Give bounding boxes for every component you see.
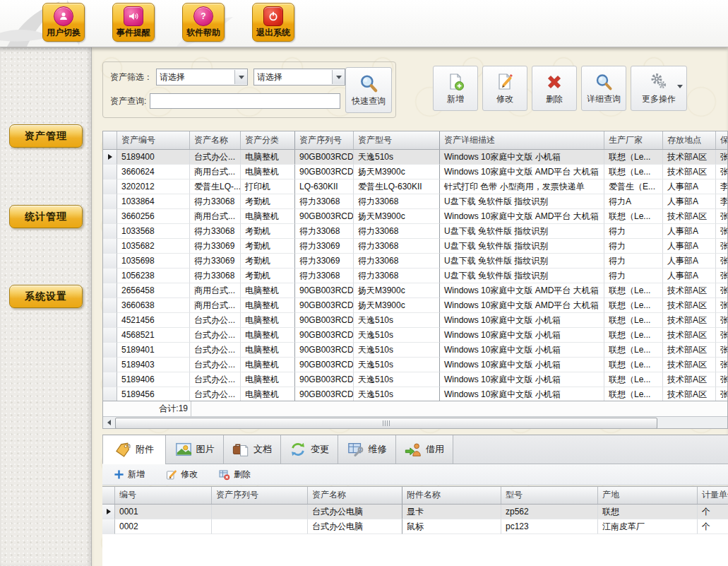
column-header[interactable]: 资产型号 xyxy=(354,131,440,149)
tab-borrow[interactable]: 借用 xyxy=(395,435,453,464)
sidebar-item-asset-management[interactable]: 资产管理 xyxy=(9,124,83,148)
modify-button[interactable]: 修改 xyxy=(482,66,527,111)
tab-attachment[interactable]: 附件 xyxy=(102,435,166,464)
cell: 台式办公电脑 xyxy=(308,505,402,519)
table-row[interactable]: 1035698得力33069考勤机得力33069得力33068U盘下载 免软件版… xyxy=(103,254,728,269)
table-row[interactable]: 3660624商用台式...电脑整机90GB003RCD扬天M3900cWind… xyxy=(103,165,728,179)
row-selector[interactable] xyxy=(103,165,117,179)
change-icon xyxy=(290,441,306,458)
table-row[interactable]: 5189456台式办公...电脑整机90GB003RCD天逸510sWindow… xyxy=(103,387,728,402)
row-selector[interactable] xyxy=(103,387,117,402)
table-row[interactable]: 5189403台式办公...电脑整机90GB003RCD天逸510sWindow… xyxy=(103,358,728,372)
cell: 得力33068 xyxy=(354,239,440,254)
tab-document[interactable]: 文档 xyxy=(223,435,281,464)
row-selector[interactable] xyxy=(103,254,117,269)
table-row[interactable]: 4568521台式办公...电脑整机90GB003RCD天逸510sWindow… xyxy=(103,328,728,343)
row-selector[interactable] xyxy=(103,328,117,343)
cell: 90GB003RCD xyxy=(295,343,354,358)
row-selector[interactable] xyxy=(103,269,117,283)
attachment-delete-button[interactable]: 删除 xyxy=(219,468,251,480)
row-selector[interactable] xyxy=(103,194,117,209)
cell: 电脑整机 xyxy=(241,372,295,387)
cell: 联想（Le... xyxy=(604,358,663,372)
column-header[interactable]: 资产详细描述 xyxy=(440,131,604,149)
event-reminder-button[interactable]: 事件提醒 xyxy=(112,3,155,42)
tab-borrow-label: 借用 xyxy=(426,443,444,456)
asset-filter-select-1[interactable]: 请选择 xyxy=(156,69,248,86)
row-selector[interactable] xyxy=(103,372,117,387)
table-row[interactable]: 1033568得力33068考勤机得力33068得力33068U盘下载 免软件版… xyxy=(103,224,728,239)
table-row[interactable]: 5189406台式办公...电脑整机90GB003RCD天逸510sWindow… xyxy=(103,372,728,387)
column-header[interactable]: 存放地点 xyxy=(663,131,716,149)
column-header[interactable]: 附件名称 xyxy=(402,487,501,504)
column-header[interactable]: 资产序列号 xyxy=(295,131,354,149)
row-selector[interactable] xyxy=(102,505,115,519)
user-switch-button[interactable]: 用户切换 xyxy=(42,3,85,42)
attachment-modify-button[interactable]: 修改 xyxy=(166,468,198,480)
table-row[interactable]: 1056238得力33068考勤机得力33068得力33068U盘下载 免软件版… xyxy=(103,269,728,283)
horizontal-scrollbar[interactable] xyxy=(103,416,727,428)
table-row[interactable]: 5189400台式办公...电脑整机90GB003RCD天逸510sWindow… xyxy=(103,150,728,165)
row-selector[interactable] xyxy=(103,179,117,194)
column-header[interactable]: 计量单位 xyxy=(698,487,728,504)
exit-system-button[interactable]: 退出系统 xyxy=(252,3,294,42)
sidebar-item-system-settings[interactable]: 系统设置 xyxy=(9,285,83,308)
column-header[interactable]: 编号 xyxy=(115,487,212,504)
quick-query-button[interactable]: 快速查询 xyxy=(345,67,392,113)
cell: U盘下载 免软件版 指纹识别 xyxy=(440,254,604,269)
column-header[interactable]: 资产名称 xyxy=(190,131,241,149)
table-row[interactable]: 3660256商用台式...电脑整机90GB003RCD扬天M3900cWind… xyxy=(103,209,728,224)
tab-repair[interactable]: 维修 xyxy=(338,435,396,464)
column-header[interactable]: 保管 xyxy=(716,131,728,149)
cell: Windows 10家庭中文版 小机箱 xyxy=(440,313,604,328)
sidebar-item-statistics-management[interactable]: 统计管理 xyxy=(9,205,83,228)
cell: 技术部A区 xyxy=(663,358,716,372)
scroll-left-arrow-icon[interactable] xyxy=(103,417,114,428)
detail-query-button[interactable]: 详细查询 xyxy=(581,66,626,111)
row-selector[interactable] xyxy=(103,283,117,298)
row-selector[interactable] xyxy=(103,224,117,239)
row-selector[interactable] xyxy=(103,343,117,358)
cell: LQ-630KII xyxy=(295,179,354,194)
row-selector[interactable] xyxy=(103,313,117,328)
table-row[interactable]: 1033864得力33068考勤机得力33068得力33068U盘下载 免软件版… xyxy=(103,194,728,209)
table-row[interactable]: 0002台式办公电脑鼠标pc123江南皮革厂个 xyxy=(102,519,728,534)
row-selector[interactable] xyxy=(103,150,117,165)
cell: U盘下载 免软件版 指纹识别 xyxy=(440,269,604,283)
column-header[interactable]: 资产分类 xyxy=(241,131,295,149)
add-button[interactable]: 新增 xyxy=(433,66,478,111)
column-header[interactable]: 产地 xyxy=(598,487,698,504)
tab-picture[interactable]: 图片 xyxy=(165,435,224,464)
table-row[interactable]: 0001台式办公电脑显卡zp562联想个 xyxy=(102,505,728,519)
table-row[interactable]: 4521456台式办公...电脑整机90GB003RCD天逸510sWindow… xyxy=(103,313,728,328)
row-selector[interactable] xyxy=(103,209,117,224)
cell: 90GB003RCD xyxy=(295,283,354,298)
table-row[interactable]: 3202012爱普生LQ-...打印机LQ-630KII爱普生LQ-630KII… xyxy=(103,179,728,194)
scrollbar-thumb[interactable] xyxy=(115,418,657,429)
chevron-down-icon[interactable] xyxy=(332,70,345,84)
asset-query-input[interactable] xyxy=(150,93,340,109)
tab-change[interactable]: 变更 xyxy=(280,435,338,464)
software-help-button[interactable]: ? 软件帮助 xyxy=(182,3,225,42)
asset-filter-select-2[interactable]: 请选择 xyxy=(253,69,345,86)
column-header[interactable]: 型号 xyxy=(501,487,598,504)
table-row[interactable]: 3660638商用台式...电脑整机90GB003RCD扬天M3900cWind… xyxy=(103,298,728,313)
column-header[interactable]: 生产厂家 xyxy=(604,131,663,149)
cell: Windows 10家庭中文版 小机箱 xyxy=(440,150,604,165)
table-row[interactable]: 1035682得力33069考勤机得力33069得力33068U盘下载 免软件版… xyxy=(103,239,728,254)
cell: 得力33068 xyxy=(295,269,354,283)
row-selector[interactable] xyxy=(103,239,117,254)
row-selector[interactable] xyxy=(103,358,117,372)
chevron-down-icon[interactable] xyxy=(234,70,247,84)
attachment-add-button[interactable]: 新增 xyxy=(114,468,145,480)
column-header[interactable]: 资产编号 xyxy=(117,131,190,149)
table-row[interactable]: 2656458商用台式...电脑整机90GB003RCD扬天M3900cWind… xyxy=(103,283,728,298)
row-selector[interactable] xyxy=(103,298,117,313)
column-header[interactable]: 资产序列号 xyxy=(212,487,308,504)
more-operations-button[interactable]: 更多操作 xyxy=(631,66,687,111)
column-header[interactable]: 资产名称 xyxy=(308,487,402,504)
row-selector[interactable] xyxy=(102,519,115,534)
delete-button[interactable]: 删除 xyxy=(532,66,577,111)
grid-header-row: 资产编号资产名称资产分类资产序列号资产型号资产详细描述生产厂家存放地点保管 xyxy=(103,131,728,150)
table-row[interactable]: 5189401台式办公...电脑整机90GB003RCD天逸510sWindow… xyxy=(103,343,728,358)
